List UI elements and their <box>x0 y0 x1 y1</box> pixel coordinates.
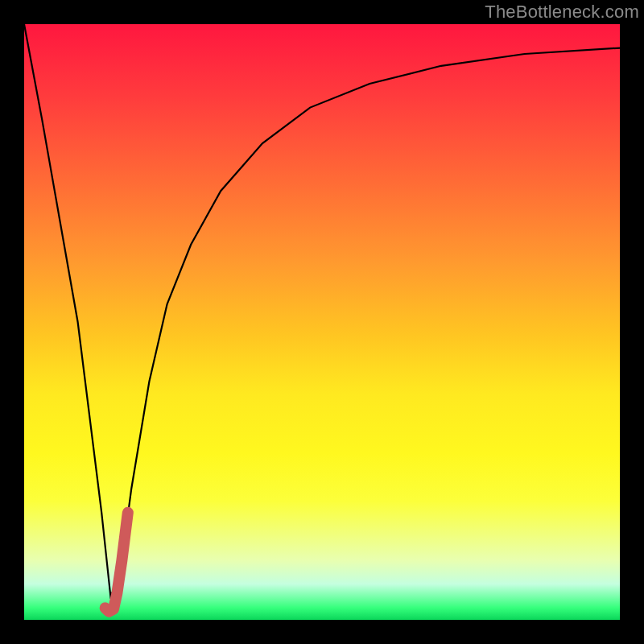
chart-frame: TheBottleneck.com <box>0 0 644 644</box>
watermark-text: TheBottleneck.com <box>485 2 639 23</box>
bottleneck-curve <box>24 24 620 596</box>
optimal-marker <box>105 513 128 612</box>
chart-svg <box>24 24 620 620</box>
